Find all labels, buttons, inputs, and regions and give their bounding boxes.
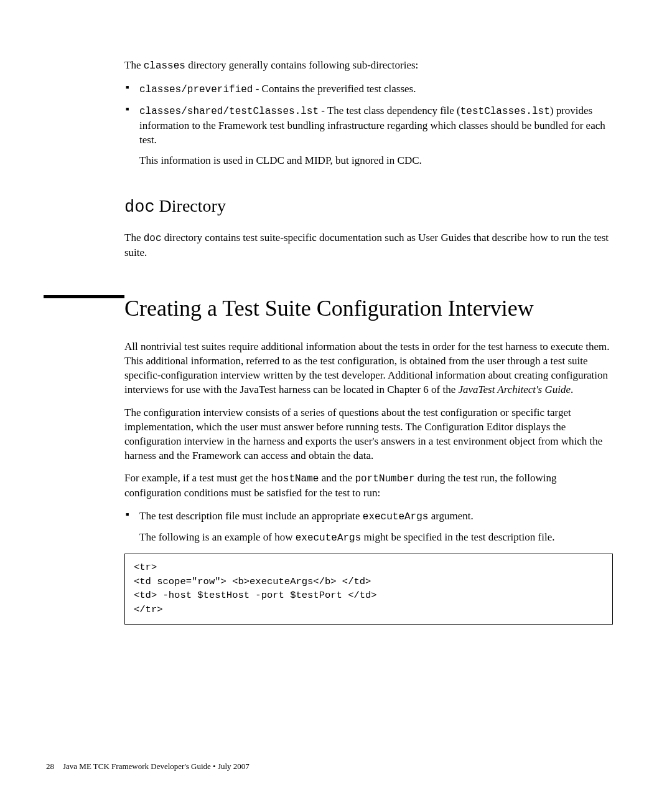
page-footer: 28Java ME TCK Framework Developer's Guid… xyxy=(46,761,250,772)
footer-text: Java ME TCK Framework Developer's Guide … xyxy=(63,762,250,771)
code: testClasses.lst xyxy=(460,106,550,117)
text: directory contains test suite-specific d… xyxy=(124,232,609,258)
code: portNumber xyxy=(355,473,414,484)
text: The xyxy=(124,232,144,243)
intro-paragraph: The classes directory generally contains… xyxy=(124,59,613,73)
text: - The test class dependency file ( xyxy=(319,105,460,116)
doc-directory-heading: doc Directory xyxy=(124,196,613,217)
text: The following is an example of how xyxy=(139,531,296,543)
page-number: 28 xyxy=(46,762,54,771)
text: Directory xyxy=(155,196,226,215)
code: classes xyxy=(144,60,185,72)
main-p1: All nontrivial test suites require addit… xyxy=(124,340,613,397)
text: argument. xyxy=(428,510,473,522)
text: The xyxy=(124,59,144,71)
code: classes/shared/testClasses.lst xyxy=(139,106,319,117)
main-p3: For example, if a test must get the host… xyxy=(124,471,613,501)
italic-title: JavaTest Architect's Guide xyxy=(459,384,571,395)
code-example: <tr> <td scope="row"> <b>executeArgs</b>… xyxy=(124,554,613,625)
text: and the xyxy=(319,472,355,484)
text: might be specified in the test descripti… xyxy=(361,531,554,543)
sub-paragraph: The following is an example of how execu… xyxy=(139,531,613,545)
classes-subdir-list: classes/preverified - Contains the preve… xyxy=(124,82,613,168)
doc-paragraph: The doc directory contains test suite-sp… xyxy=(124,231,613,260)
list-item: classes/shared/testClasses.lst - The tes… xyxy=(124,104,613,168)
code: executeArgs xyxy=(296,532,362,544)
list-item: The test description file must include a… xyxy=(124,509,613,545)
code: doc xyxy=(144,233,162,244)
text: For example, if a test must get the xyxy=(124,472,271,484)
main-heading: Creating a Test Suite Configuration Inte… xyxy=(124,295,613,321)
text: - Contains the preverified test classes. xyxy=(253,83,416,95)
conditions-list: The test description file must include a… xyxy=(124,509,613,545)
text: The test description file must include a… xyxy=(139,510,363,522)
code: executeArgs xyxy=(363,511,429,522)
text: . xyxy=(571,384,573,395)
rule-bar xyxy=(44,295,124,298)
sub-paragraph: This information is used in CLDC and MID… xyxy=(139,154,613,168)
code: hostName xyxy=(271,473,319,484)
code: classes/preverified xyxy=(139,84,253,95)
main-p2: The configuration interview consists of … xyxy=(124,406,613,463)
code: doc xyxy=(124,198,155,217)
list-item: classes/preverified - Contains the preve… xyxy=(124,82,613,97)
text: directory generally contains following s… xyxy=(185,59,418,71)
